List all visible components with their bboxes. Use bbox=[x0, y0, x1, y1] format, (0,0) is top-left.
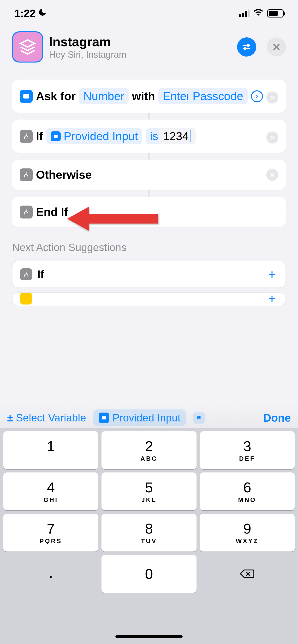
backspace-icon bbox=[239, 568, 255, 580]
delete-action-button[interactable] bbox=[266, 92, 278, 104]
value-text: 1234 bbox=[163, 130, 189, 143]
branch-icon bbox=[20, 130, 33, 143]
key-backspace[interactable] bbox=[200, 555, 295, 593]
header-text: Instagram Hey Siri, Instagram bbox=[49, 34, 231, 60]
if-action[interactable]: If Provided Input is 1234 bbox=[12, 120, 286, 153]
key-2[interactable]: 2 ABC bbox=[101, 431, 196, 469]
text-cursor bbox=[191, 130, 191, 142]
suggestion-if[interactable]: If + bbox=[12, 261, 286, 288]
add-icon: + bbox=[268, 267, 276, 282]
input-mini-icon bbox=[51, 131, 61, 141]
status-icons bbox=[239, 7, 284, 20]
suggestion-label: If bbox=[37, 268, 44, 280]
key-3[interactable]: 3 DEF bbox=[200, 431, 295, 469]
dictation-button[interactable] bbox=[193, 412, 205, 424]
svg-marker-15 bbox=[67, 207, 158, 231]
key-7[interactable]: 7 PQRS bbox=[3, 514, 98, 552]
key-6[interactable]: 6 MNO bbox=[200, 472, 295, 510]
ask-icon: + bbox=[20, 90, 33, 103]
annotation-arrow bbox=[67, 204, 163, 233]
if-label: If bbox=[36, 130, 43, 143]
suggestion-partial[interactable]: + bbox=[12, 292, 286, 306]
svg-rect-16 bbox=[102, 416, 106, 420]
branch-icon bbox=[20, 268, 32, 280]
key-dot[interactable]: . bbox=[3, 555, 98, 593]
page-title: Instagram bbox=[49, 34, 231, 49]
otherwise-action[interactable]: Otherwise bbox=[12, 160, 286, 190]
provided-input-token[interactable]: Provided Input bbox=[46, 128, 142, 144]
status-bar: 1:22 bbox=[0, 0, 298, 24]
key-4[interactable]: 4 GHI bbox=[3, 472, 98, 510]
endif-label: End If bbox=[36, 205, 68, 218]
actions-list: + Ask for Number with Enter Passcode If bbox=[0, 72, 298, 318]
input-mini-icon bbox=[99, 412, 109, 423]
expand-icon[interactable] bbox=[251, 90, 263, 102]
suggestions-header: Next Action Suggestions bbox=[12, 242, 286, 254]
shortcut-app-icon[interactable] bbox=[12, 32, 43, 62]
key-9[interactable]: 9 WXYZ bbox=[200, 514, 295, 552]
settings-button[interactable] bbox=[237, 38, 256, 56]
close-button[interactable] bbox=[267, 38, 286, 56]
header: Instagram Hey Siri, Instagram bbox=[0, 24, 298, 72]
add-icon: + bbox=[268, 292, 276, 306]
battery-icon bbox=[267, 9, 284, 18]
provided-input-variable[interactable]: Provided Input bbox=[93, 410, 186, 426]
status-time: 1:22 bbox=[14, 8, 47, 20]
moon-icon bbox=[38, 8, 47, 19]
key-1[interactable]: 1 bbox=[3, 431, 98, 469]
input-type-token[interactable]: Number bbox=[79, 88, 129, 104]
app-icon bbox=[20, 292, 32, 304]
provided-input-label: Provided Input bbox=[112, 412, 181, 424]
home-indicator[interactable] bbox=[115, 636, 183, 638]
select-variable-label: Select Variable bbox=[16, 412, 86, 424]
numeric-keyboard: 1 2 ABC 3 DEF 4 GHI 5 JKL 6 MNO 7 PQRS bbox=[0, 428, 298, 644]
with-label: with bbox=[132, 90, 155, 103]
svg-text:+: + bbox=[25, 94, 28, 98]
prompt-token-2[interactable]: Passcode bbox=[188, 88, 248, 104]
otherwise-label: Otherwise bbox=[36, 168, 92, 181]
select-variable-button[interactable]: ± Select Variable bbox=[7, 412, 86, 424]
branch-icon bbox=[20, 168, 33, 181]
svg-point-2 bbox=[247, 44, 249, 46]
key-0[interactable]: 0 bbox=[101, 555, 196, 593]
done-button[interactable]: Done bbox=[263, 411, 291, 424]
delete-action-button[interactable] bbox=[266, 132, 278, 144]
provided-input-label: Provided Input bbox=[64, 130, 138, 143]
time-text: 1:22 bbox=[14, 8, 36, 20]
svg-rect-10 bbox=[54, 135, 58, 138]
siri-hint: Hey Siri, Instagram bbox=[49, 50, 231, 60]
branch-icon bbox=[20, 206, 33, 218]
svg-point-3 bbox=[244, 48, 246, 50]
key-8[interactable]: 8 TUV bbox=[101, 514, 196, 552]
key-5[interactable]: 5 JKL bbox=[101, 472, 196, 510]
wifi-icon bbox=[253, 7, 263, 20]
ask-label: Ask for bbox=[36, 90, 76, 103]
delete-action-button[interactable] bbox=[266, 169, 278, 181]
value-token[interactable]: 1234 bbox=[159, 128, 196, 144]
signal-icon bbox=[239, 10, 249, 17]
ask-for-input-action[interactable]: + Ask for Number with Enter Passcode bbox=[12, 80, 286, 113]
